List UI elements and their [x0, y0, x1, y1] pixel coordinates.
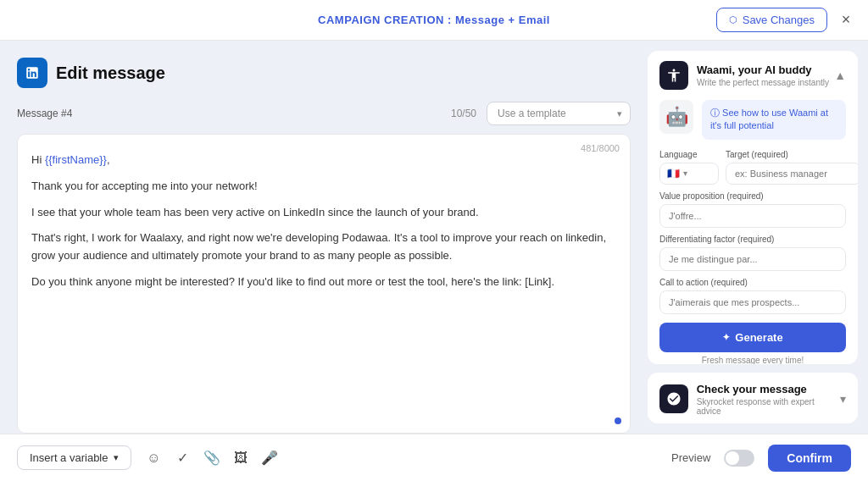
language-target-row: Language 🇫🇷 ▾ Target (required) — [659, 150, 846, 185]
editor-char-count: 481/8000 — [581, 141, 620, 157]
waami-chevron-icon[interactable]: ▲ — [834, 69, 846, 82]
close-button[interactable]: × — [834, 8, 858, 32]
flag-icon: 🇫🇷 — [667, 168, 680, 180]
top-bar: CAMPAIGN CREATION : Message + Email Save… — [0, 0, 868, 41]
right-panel: Waami, your AI buddy Write the perfect m… — [648, 41, 868, 434]
message-line-1: Hi {{firstName}}, — [31, 152, 616, 169]
value-group: Value proposition (required) — [659, 191, 846, 228]
check-title-block: Check your message Skyrocket response wi… — [697, 383, 840, 416]
generate-button[interactable]: Generate — [659, 323, 846, 352]
check-subtitle: Skyrocket response with expert advice — [697, 397, 840, 416]
waami-card-body: 🤖 See how to use Waami at it's full pote… — [648, 100, 858, 364]
differentiating-label: Differentiating factor (required) — [659, 235, 846, 244]
waami-tip-row: 🤖 See how to use Waami at it's full pote… — [659, 100, 846, 140]
check-chevron-icon[interactable]: ▾ — [840, 392, 846, 406]
cta-input[interactable] — [659, 290, 846, 314]
confirm-button[interactable]: Confirm — [768, 445, 851, 472]
toolbar-left: Insert a variable ☺ ✓ 📎 🖼 🎤 — [17, 445, 279, 470]
lang-chevron-icon: ▾ — [683, 169, 687, 178]
waami-card: Waami, your AI buddy Write the perfect m… — [648, 51, 858, 364]
check-card-header: Check your message Skyrocket response wi… — [648, 373, 858, 424]
check-message-card: Check your message Skyrocket response wi… — [648, 373, 858, 424]
campaign-title-link: Message + Email — [455, 14, 550, 26]
fresh-message-note: Fresh message every time! — [659, 356, 846, 364]
preview-label: Preview — [671, 451, 710, 464]
target-input[interactable] — [726, 163, 858, 185]
waami-icon — [659, 61, 688, 90]
dot-indicator — [615, 417, 621, 424]
template-wrapper: Use a template — [487, 102, 631, 125]
message-label: Message #4 — [17, 108, 441, 119]
spellcheck-icon[interactable]: ✓ — [174, 449, 192, 467]
check-title: Check your message — [697, 383, 840, 395]
page-title: Edit message — [56, 64, 165, 83]
robot-icon: 🤖 — [659, 100, 693, 134]
language-label: Language — [659, 150, 719, 159]
message-text: Hi {{firstName}}, Thank you for acceptin… — [31, 152, 616, 291]
audio-icon[interactable]: 🎤 — [260, 449, 279, 467]
target-label: Target (required) — [726, 150, 858, 159]
message-line-5: Do you think anyone might be interested?… — [31, 274, 616, 291]
linkedin-icon — [17, 58, 47, 88]
value-input[interactable] — [659, 204, 846, 228]
left-panel: Edit message Message #4 10/50 Use a temp… — [0, 41, 648, 434]
firstname-variable: {{firstName}} — [45, 153, 107, 166]
cta-group: Call to action (required) — [659, 278, 846, 314]
differentiating-group: Differentiating factor (required) — [659, 235, 846, 271]
preview-toggle[interactable] — [724, 450, 754, 467]
language-group: Language 🇫🇷 ▾ — [659, 150, 719, 185]
waami-title-block: Waami, your AI buddy Write the perfect m… — [697, 64, 829, 87]
bottom-toolbar: Insert a variable ☺ ✓ 📎 🖼 🎤 Preview Conf… — [0, 434, 868, 481]
toolbar-icons: ☺ ✓ 📎 🖼 🎤 — [145, 449, 279, 467]
insert-variable-button[interactable]: Insert a variable — [17, 445, 131, 470]
message-line-2: Thank you for accepting me into your net… — [31, 178, 616, 196]
language-select[interactable]: 🇫🇷 ▾ — [659, 163, 719, 185]
target-group: Target (required) — [726, 150, 858, 185]
toolbar-right: Preview Confirm — [671, 445, 851, 472]
check-header-left: Check your message Skyrocket response wi… — [659, 383, 840, 416]
cta-label: Call to action (required) — [659, 278, 846, 287]
check-icon-box — [659, 384, 688, 413]
campaign-title-prefix: CAMPAIGN CREATION : — [318, 14, 455, 26]
tip-bubble: See how to use Waami at it's full potent… — [702, 100, 846, 140]
save-changes-button[interactable]: Save Changes — [716, 8, 827, 32]
message-line-3: I see that your whole team has been very… — [31, 204, 616, 222]
attachment-icon[interactable]: 📎 — [203, 449, 221, 467]
image-icon[interactable]: 🖼 — [231, 449, 250, 467]
waami-card-header: Waami, your AI buddy Write the perfect m… — [648, 51, 858, 100]
edit-message-header: Edit message — [17, 58, 631, 88]
waami-subtitle: Write the perfect message instantly — [697, 78, 829, 87]
campaign-title: CAMPAIGN CREATION : Message + Email — [318, 14, 550, 26]
message-meta-row: Message #4 10/50 Use a template — [17, 102, 631, 125]
value-label: Value proposition (required) — [659, 191, 846, 201]
differentiating-input[interactable] — [659, 247, 846, 271]
message-editor[interactable]: 481/8000 Hi {{firstName}}, Thank you for… — [17, 134, 631, 434]
waami-header-left: Waami, your AI buddy Write the perfect m… — [659, 61, 829, 90]
waami-title: Waami, your AI buddy — [697, 64, 829, 76]
char-count-label: 10/50 — [451, 108, 476, 119]
template-select[interactable]: Use a template — [487, 102, 631, 125]
main-content: Edit message Message #4 10/50 Use a temp… — [0, 41, 868, 434]
message-line-4: That's right, I work for Waalaxy, and ri… — [31, 229, 616, 265]
top-bar-actions: Save Changes × — [716, 8, 858, 32]
emoji-icon[interactable]: ☺ — [145, 449, 164, 467]
